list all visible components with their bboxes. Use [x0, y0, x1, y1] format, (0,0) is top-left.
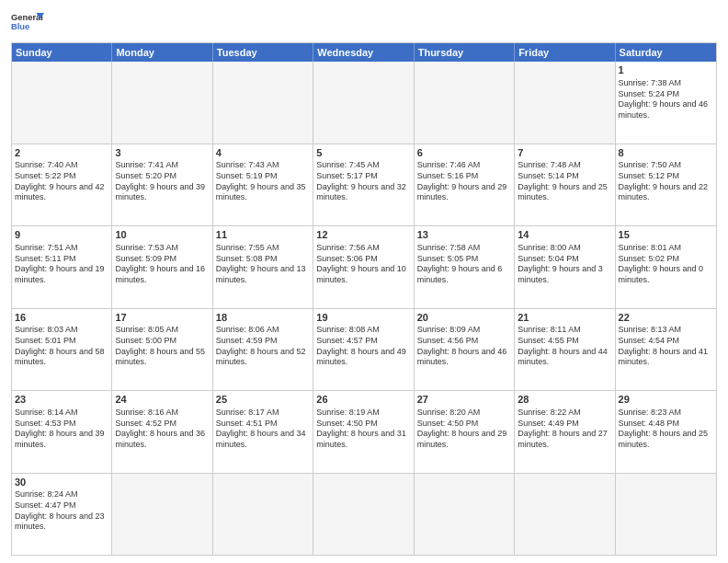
calendar-cell: 29Sunrise: 8:23 AMSunset: 4:48 PMDayligh… — [616, 391, 716, 473]
calendar-cell: 26Sunrise: 8:19 AMSunset: 4:50 PMDayligh… — [313, 391, 414, 473]
day-number: 16 — [15, 311, 108, 325]
day-number: 2 — [15, 146, 108, 160]
calendar-header-cell: Thursday — [415, 43, 515, 62]
cell-sun-info: Sunrise: 8:19 AMSunset: 4:50 PMDaylight:… — [316, 408, 410, 451]
cell-sun-info: Sunrise: 7:50 AMSunset: 5:12 PMDaylight:… — [619, 160, 713, 203]
cell-sun-info: Sunrise: 7:41 AMSunset: 5:20 PMDaylight:… — [115, 160, 209, 203]
day-number: 4 — [216, 146, 310, 160]
cell-sun-info: Sunrise: 7:53 AMSunset: 5:09 PMDaylight:… — [115, 243, 209, 286]
day-number: 24 — [115, 393, 209, 407]
calendar-cell: 23Sunrise: 8:14 AMSunset: 4:53 PMDayligh… — [12, 391, 112, 473]
cell-sun-info: Sunrise: 7:48 AMSunset: 5:14 PMDaylight:… — [518, 160, 611, 203]
day-number: 23 — [15, 393, 108, 407]
calendar-row: 2Sunrise: 7:40 AMSunset: 5:22 PMDaylight… — [12, 144, 716, 226]
calendar-cell: 9Sunrise: 7:51 AMSunset: 5:11 PMDaylight… — [12, 226, 112, 308]
calendar: SundayMondayTuesdayWednesdayThursdayFrid… — [11, 42, 717, 556]
calendar-cell — [313, 474, 414, 556]
calendar-cell: 18Sunrise: 8:06 AMSunset: 4:59 PMDayligh… — [213, 309, 313, 391]
calendar-cell: 7Sunrise: 7:48 AMSunset: 5:14 PMDaylight… — [515, 144, 615, 226]
calendar-cell: 14Sunrise: 8:00 AMSunset: 5:04 PMDayligh… — [515, 226, 615, 308]
calendar-cell: 3Sunrise: 7:41 AMSunset: 5:20 PMDaylight… — [112, 144, 212, 226]
cell-sun-info: Sunrise: 8:06 AMSunset: 4:59 PMDaylight:… — [216, 325, 310, 368]
day-number: 29 — [619, 393, 713, 407]
calendar-cell: 25Sunrise: 8:17 AMSunset: 4:51 PMDayligh… — [213, 391, 313, 473]
day-number: 7 — [518, 146, 611, 160]
day-number: 14 — [518, 228, 611, 242]
cell-sun-info: Sunrise: 8:05 AMSunset: 5:00 PMDaylight:… — [115, 325, 209, 368]
logo: General Blue — [11, 9, 44, 35]
calendar-header-cell: Wednesday — [313, 43, 414, 62]
day-number: 3 — [115, 146, 209, 160]
day-number: 18 — [216, 311, 310, 325]
calendar-cell: 2Sunrise: 7:40 AMSunset: 5:22 PMDaylight… — [12, 144, 112, 226]
calendar-cell: 17Sunrise: 8:05 AMSunset: 5:00 PMDayligh… — [112, 309, 212, 391]
calendar-cell — [112, 474, 212, 556]
day-number: 30 — [15, 476, 108, 489]
day-number: 15 — [619, 228, 713, 242]
calendar-cell: 22Sunrise: 8:13 AMSunset: 4:54 PMDayligh… — [616, 309, 716, 391]
cell-sun-info: Sunrise: 7:51 AMSunset: 5:11 PMDaylight:… — [15, 243, 108, 286]
calendar-cell: 11Sunrise: 7:55 AMSunset: 5:08 PMDayligh… — [213, 226, 313, 308]
calendar-row: 9Sunrise: 7:51 AMSunset: 5:11 PMDaylight… — [12, 225, 716, 308]
cell-sun-info: Sunrise: 7:56 AMSunset: 5:06 PMDaylight:… — [316, 243, 410, 286]
day-number: 25 — [216, 393, 310, 407]
calendar-row: 1Sunrise: 7:38 AMSunset: 5:24 PMDaylight… — [12, 62, 716, 144]
day-number: 17 — [115, 311, 209, 325]
generalblue-logo-icon: General Blue — [11, 9, 44, 35]
svg-text:Blue: Blue — [11, 22, 29, 31]
day-number: 5 — [316, 146, 410, 160]
cell-sun-info: Sunrise: 8:13 AMSunset: 4:54 PMDaylight:… — [619, 325, 713, 368]
cell-sun-info: Sunrise: 8:24 AMSunset: 4:47 PMDaylight:… — [15, 489, 108, 533]
cell-sun-info: Sunrise: 8:22 AMSunset: 4:49 PMDaylight:… — [518, 408, 611, 451]
day-number: 22 — [619, 311, 713, 325]
calendar-cell: 15Sunrise: 8:01 AMSunset: 5:02 PMDayligh… — [616, 226, 716, 308]
cell-sun-info: Sunrise: 8:03 AMSunset: 5:01 PMDaylight:… — [15, 325, 108, 368]
cell-sun-info: Sunrise: 8:20 AMSunset: 4:50 PMDaylight:… — [417, 408, 511, 451]
calendar-cell: 20Sunrise: 8:09 AMSunset: 4:56 PMDayligh… — [415, 309, 515, 391]
cell-sun-info: Sunrise: 7:38 AMSunset: 5:24 PMDaylight:… — [619, 78, 713, 121]
cell-sun-info: Sunrise: 7:45 AMSunset: 5:17 PMDaylight:… — [316, 160, 410, 203]
calendar-cell — [112, 62, 212, 144]
cell-sun-info: Sunrise: 8:17 AMSunset: 4:51 PMDaylight:… — [216, 408, 310, 451]
cell-sun-info: Sunrise: 8:01 AMSunset: 5:02 PMDaylight:… — [619, 243, 713, 286]
day-number: 6 — [417, 146, 511, 160]
calendar-cell: 21Sunrise: 8:11 AMSunset: 4:55 PMDayligh… — [515, 309, 615, 391]
calendar-header-cell: Saturday — [616, 43, 716, 62]
calendar-cell: 30Sunrise: 8:24 AMSunset: 4:47 PMDayligh… — [12, 474, 112, 556]
day-number: 10 — [115, 228, 209, 242]
calendar-cell: 1Sunrise: 7:38 AMSunset: 5:24 PMDaylight… — [616, 62, 716, 144]
cell-sun-info: Sunrise: 8:14 AMSunset: 4:53 PMDaylight:… — [15, 408, 108, 451]
page: General Blue SundayMondayTuesdayWednesda… — [0, 0, 728, 563]
cell-sun-info: Sunrise: 8:23 AMSunset: 4:48 PMDaylight:… — [619, 408, 713, 451]
calendar-cell — [213, 474, 313, 556]
day-number: 20 — [417, 311, 511, 325]
calendar-cell: 10Sunrise: 7:53 AMSunset: 5:09 PMDayligh… — [112, 226, 212, 308]
calendar-cell: 13Sunrise: 7:58 AMSunset: 5:05 PMDayligh… — [415, 226, 515, 308]
calendar-cell: 5Sunrise: 7:45 AMSunset: 5:17 PMDaylight… — [313, 144, 414, 226]
calendar-row: 30Sunrise: 8:24 AMSunset: 4:47 PMDayligh… — [12, 473, 716, 556]
calendar-cell: 12Sunrise: 7:56 AMSunset: 5:06 PMDayligh… — [313, 226, 414, 308]
calendar-cell — [415, 474, 515, 556]
calendar-header-cell: Sunday — [12, 43, 112, 62]
day-number: 8 — [619, 146, 713, 160]
calendar-row: 23Sunrise: 8:14 AMSunset: 4:53 PMDayligh… — [12, 390, 716, 473]
cell-sun-info: Sunrise: 8:11 AMSunset: 4:55 PMDaylight:… — [518, 325, 611, 368]
day-number: 27 — [417, 393, 511, 407]
calendar-cell — [415, 62, 515, 144]
cell-sun-info: Sunrise: 8:09 AMSunset: 4:56 PMDaylight:… — [417, 325, 511, 368]
cell-sun-info: Sunrise: 7:58 AMSunset: 5:05 PMDaylight:… — [417, 243, 511, 286]
calendar-row: 16Sunrise: 8:03 AMSunset: 5:01 PMDayligh… — [12, 308, 716, 391]
calendar-cell: 6Sunrise: 7:46 AMSunset: 5:16 PMDaylight… — [415, 144, 515, 226]
day-number: 21 — [518, 311, 611, 325]
day-number: 28 — [518, 393, 611, 407]
cell-sun-info: Sunrise: 7:43 AMSunset: 5:19 PMDaylight:… — [216, 160, 310, 203]
calendar-cell: 4Sunrise: 7:43 AMSunset: 5:19 PMDaylight… — [213, 144, 313, 226]
calendar-header: SundayMondayTuesdayWednesdayThursdayFrid… — [12, 43, 716, 62]
day-number: 9 — [15, 228, 108, 242]
calendar-cell: 27Sunrise: 8:20 AMSunset: 4:50 PMDayligh… — [415, 391, 515, 473]
calendar-cell — [12, 62, 112, 144]
calendar-cell: 28Sunrise: 8:22 AMSunset: 4:49 PMDayligh… — [515, 391, 615, 473]
calendar-cell: 16Sunrise: 8:03 AMSunset: 5:01 PMDayligh… — [12, 309, 112, 391]
cell-sun-info: Sunrise: 8:00 AMSunset: 5:04 PMDaylight:… — [518, 243, 611, 286]
cell-sun-info: Sunrise: 7:46 AMSunset: 5:16 PMDaylight:… — [417, 160, 511, 203]
